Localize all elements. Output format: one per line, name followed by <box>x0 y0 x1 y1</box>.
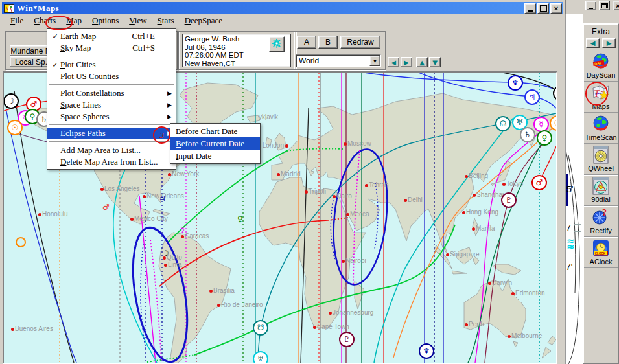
close-button[interactable]: × <box>550 3 562 14</box>
menu-item-earth-map[interactable]: ✓Earth MapCtrl+E <box>47 30 176 42</box>
menu-item-sky-map[interactable]: Sky MapCtrl+S <box>47 42 176 54</box>
city-label: Rio de Janeiro <box>221 301 263 308</box>
city-dot <box>285 144 288 148</box>
submenu-item-input-date[interactable]: Input Date <box>170 150 260 162</box>
app-icon <box>4 4 14 13</box>
city-label: Madrid <box>281 170 301 177</box>
city-label: Mecca <box>350 210 369 218</box>
tool-timescan[interactable]: TimeScan <box>584 113 618 144</box>
menu-item-space-spheres[interactable]: Space Spheres▶ <box>47 111 176 122</box>
tool-qwheel[interactable]: QWheel <box>584 144 618 175</box>
redraw-button[interactable]: Redraw <box>340 36 380 49</box>
close-button[interactable]: × <box>613 1 619 10</box>
city-dot <box>209 290 213 293</box>
city-label: Honolulu <box>42 210 67 218</box>
sidebar-next-button[interactable]: ▶ <box>602 38 616 48</box>
pluto-line-icon: ♇ <box>339 332 355 347</box>
screen: { "window": { "title": "Win*Maps" }, "me… <box>0 0 619 364</box>
b-button[interactable]: B <box>318 36 338 49</box>
pluto-line-icon: ♇ <box>501 192 517 208</box>
annotation-circle-map-menu <box>45 16 73 30</box>
menu-item-add-map-area-to-list-[interactable]: Add Map Area to List... <box>47 144 176 156</box>
menu-item-plot-constellations[interactable]: Plot Constellations▶ <box>47 87 176 99</box>
extra-toolbar: Extra ◀ ▶ DAYDayScanMapsTimeScanQWheel90… <box>583 23 619 364</box>
tool-rectify[interactable]: ?Rectify <box>584 206 618 237</box>
city-dot <box>344 142 347 146</box>
chart-wheel-button[interactable] <box>269 36 285 52</box>
venus-glyph-icon: ♀ <box>237 215 243 223</box>
city-dot <box>508 335 511 338</box>
sidebar-prev-button[interactable]: ◀ <box>586 38 600 48</box>
90dial-icon <box>584 176 618 196</box>
tool-dayscan[interactable]: DAYDayScan <box>584 51 618 82</box>
city-dot <box>164 264 167 267</box>
pan-right-button[interactable]: ▶ <box>401 57 412 67</box>
city-dot <box>346 213 349 216</box>
timescan-icon <box>584 113 618 133</box>
mars-line-icon: ♂ <box>531 175 547 190</box>
menubar-item-stars[interactable]: Stars <box>152 14 180 27</box>
city-label: Melbourne <box>511 332 542 339</box>
menu-item-delete-map-area-from-list-[interactable]: Delete Map Area from List... <box>47 156 176 168</box>
wheel-degree-label: 7' <box>566 262 572 272</box>
city-dot <box>143 195 146 198</box>
tool-90dial[interactable]: 90dial <box>584 175 618 206</box>
maximize-button[interactable] <box>537 3 549 14</box>
tool-aclock[interactable]: CLOCKAClock <box>584 237 618 268</box>
restore-button[interactable] <box>599 1 610 10</box>
menubar-item-file[interactable]: File <box>5 14 29 27</box>
city-dot <box>333 195 336 198</box>
city-label: Darwin <box>492 279 512 286</box>
tool-label: AClock <box>584 258 618 266</box>
menu-item-space-lines[interactable]: Space Lines▶ <box>47 99 176 111</box>
title-bar[interactable]: Win*Maps × <box>2 2 563 14</box>
city-label: Los Angeles <box>104 185 140 192</box>
a-button[interactable]: A <box>297 36 316 49</box>
submenu-item-before-current-date[interactable]: Before Current Date <box>170 137 260 150</box>
minimize-button[interactable] <box>524 3 536 14</box>
tool-label: QWheel <box>584 165 618 172</box>
square-aspect-icon <box>574 224 581 232</box>
checkmark-icon: ✓ <box>50 32 60 41</box>
menubar-item-options[interactable]: Options <box>87 14 124 27</box>
jupiter-glyph-icon: ♃ <box>159 195 166 203</box>
moon-line-icon: ☽ <box>3 93 19 109</box>
aclock-icon: CLOCK <box>584 238 618 258</box>
north-node-line-icon: ☊ <box>495 116 511 131</box>
city-label: Beijing <box>469 172 488 179</box>
city-label: Cairo <box>336 192 352 199</box>
sidebar-title: Extra <box>584 25 618 36</box>
tool-label: TimeScan <box>584 133 618 141</box>
city-dot <box>38 213 41 216</box>
menu-item-plot-us-counties[interactable]: Plot US Counties <box>47 71 176 82</box>
submenu-item-before-chart-date[interactable]: Before Chart Date <box>170 125 260 137</box>
minimize-button[interactable] <box>585 1 596 10</box>
menu-separator <box>47 82 176 87</box>
tool-label: DayScan <box>584 71 618 79</box>
menubar-item-view[interactable]: View <box>124 14 152 27</box>
starburst-icon <box>271 38 283 51</box>
pan-left-button[interactable]: ◀ <box>388 57 399 67</box>
pan-down-button[interactable]: ▼ <box>429 57 441 67</box>
city-label: Shanghai <box>476 191 504 198</box>
map-region-select[interactable]: World ▼ <box>296 54 381 67</box>
city-label: Caracas <box>185 233 209 240</box>
menu-item-plot-cities[interactable]: ✓Plot Cities <box>47 59 176 71</box>
menubar-item-deepspace[interactable]: DeepSpace <box>180 14 228 27</box>
chevron-down-icon[interactable]: ▼ <box>369 56 380 66</box>
venus-line-icon: ♀ <box>537 130 552 146</box>
submenu-arrow-icon: ▶ <box>167 102 172 108</box>
dayscan-icon: DAY <box>584 51 618 71</box>
svg-text:CLOCK: CLOCK <box>595 252 606 255</box>
city-label: Brasilia <box>213 287 235 294</box>
city-dot <box>511 292 515 295</box>
checkmark-icon: ✓ <box>50 61 60 69</box>
window-title: Win*Maps <box>17 3 59 14</box>
city-dot <box>305 190 308 194</box>
city-label: Tripoli <box>309 188 326 195</box>
neptune-line-icon: ♆ <box>508 75 523 91</box>
menu-separator <box>47 122 176 128</box>
pan-up-button[interactable]: ▲ <box>416 57 428 67</box>
city-label: Manila <box>476 225 495 232</box>
background-window-controls: × <box>584 1 619 10</box>
